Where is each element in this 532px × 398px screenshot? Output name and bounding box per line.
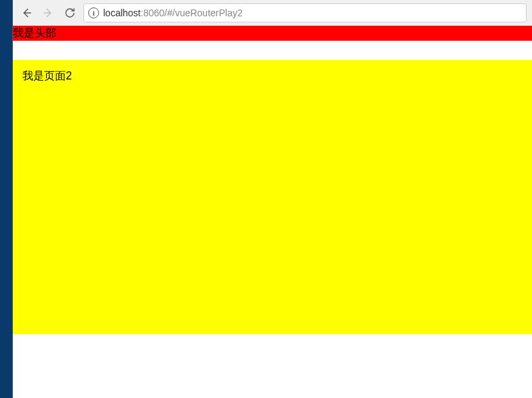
page-viewport: 我是头部 我是页面2 xyxy=(13,26,532,398)
reload-icon xyxy=(64,7,76,19)
page-content: 我是页面2 xyxy=(13,60,532,334)
info-icon[interactable]: i xyxy=(88,7,99,18)
url-host: localhost xyxy=(103,7,140,18)
browser-toolbar: i localhost:8060/#/vueRouterPlay2 xyxy=(13,0,532,26)
address-bar[interactable]: i localhost:8060/#/vueRouterPlay2 xyxy=(83,3,527,22)
arrow-left-icon xyxy=(20,7,33,19)
header-text: 我是头部 xyxy=(13,27,56,39)
url-port: :8060 xyxy=(140,7,164,18)
spacer xyxy=(13,41,532,60)
page-header: 我是头部 xyxy=(13,26,532,41)
content-text: 我是页面2 xyxy=(22,70,72,82)
arrow-right-icon xyxy=(42,7,54,19)
forward-button[interactable] xyxy=(40,5,56,21)
url-path: /#/vueRouterPlay2 xyxy=(164,7,242,18)
browser-window: i localhost:8060/#/vueRouterPlay2 我是头部 我… xyxy=(12,0,532,398)
back-button[interactable] xyxy=(18,5,35,21)
reload-button[interactable] xyxy=(62,5,78,21)
url-text: localhost:8060/#/vueRouterPlay2 xyxy=(103,7,243,18)
